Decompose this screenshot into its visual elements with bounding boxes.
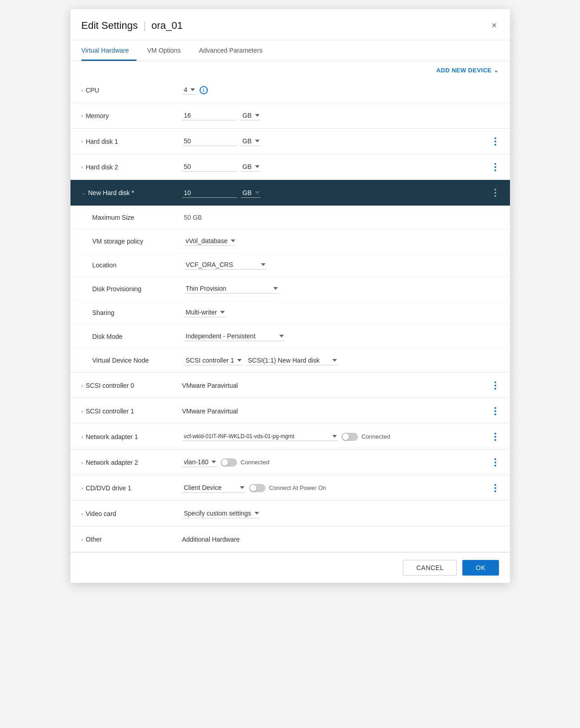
- sharing-label: Sharing: [92, 309, 184, 316]
- hd2-size-input[interactable]: [182, 162, 237, 172]
- net2-network-select[interactable]: vlan-180: [182, 457, 217, 467]
- net1-value: vcf-wkld-01IT-INF-WKLD-01-vds-01-pg-mgmt…: [182, 432, 492, 441]
- scsi1-chevron-icon: ›: [81, 408, 83, 414]
- dialog-header: Edit Settings | ora_01 ×: [70, 9, 510, 40]
- scsi1-label[interactable]: › SCSI controller 1: [81, 407, 182, 415]
- scsi0-row: › SCSI controller 0 VMware Paravirtual: [70, 373, 510, 398]
- dialog-subtitle: ora_01: [152, 20, 183, 32]
- cdrom-row: › CD/DVD drive 1 Client Device Datastore…: [70, 475, 510, 501]
- cdrom-actions: [492, 483, 499, 493]
- tab-virtual-hardware[interactable]: Virtual Hardware: [81, 40, 136, 61]
- vdevnode-disk-select[interactable]: SCSI(1:1) New Hard disk: [246, 356, 338, 365]
- net1-menu-button[interactable]: [492, 432, 499, 442]
- net2-menu-button[interactable]: [492, 457, 499, 467]
- title-divider: |: [143, 20, 146, 32]
- memory-unit-select[interactable]: GB MB: [241, 111, 260, 120]
- vdevnode-ctrl-select[interactable]: SCSI controller 1 SCSI controller 0: [184, 356, 243, 365]
- other-row: › Other Additional Hardware: [70, 527, 510, 552]
- cdrom-menu-button[interactable]: [492, 483, 499, 493]
- net1-actions: [492, 432, 499, 442]
- scsi1-actions: [492, 406, 499, 416]
- new-harddisk-expanded: Maximum Size 50 GB VM storage policy vVo…: [70, 206, 510, 373]
- hd1-size-input[interactable]: [182, 136, 237, 146]
- new-hd-menu-button[interactable]: [492, 188, 499, 198]
- vdevnode-label: Virtual Device Node: [92, 357, 184, 364]
- disk-prov-select[interactable]: Thin Provision Thick Provision Lazy Zero…: [184, 284, 279, 293]
- cdrom-connect-toggle[interactable]: [249, 484, 266, 492]
- dialog-footer: CANCEL OK: [70, 552, 510, 583]
- max-size-label: Maximum Size: [92, 214, 184, 221]
- cpu-value: 4 2 8 i: [182, 85, 499, 95]
- net1-label[interactable]: › Network adapter 1: [81, 433, 182, 440]
- memory-row: › Memory GB MB: [70, 103, 510, 129]
- dialog-title: Edit Settings: [81, 20, 138, 32]
- storage-policy-select[interactable]: vVol_database: [184, 236, 236, 246]
- net2-chevron-icon: ›: [81, 460, 83, 465]
- ok-button[interactable]: OK: [462, 560, 499, 576]
- net1-network-select[interactable]: vcf-wkld-01IT-INF-WKLD-01-vds-01-pg-mgmt: [182, 432, 338, 441]
- cpu-chevron-icon: ›: [81, 87, 83, 93]
- disk-mode-value: Independent - Persistent Dependent Indep…: [184, 331, 488, 341]
- hd1-chevron-icon: ›: [81, 139, 83, 144]
- hd2-chevron-icon: ›: [81, 164, 83, 170]
- storage-policy-label: VM storage policy: [92, 238, 184, 245]
- hd1-menu-button[interactable]: [492, 136, 499, 147]
- hd2-menu-button[interactable]: [492, 162, 499, 172]
- other-label[interactable]: › Other: [81, 536, 182, 543]
- scsi0-label[interactable]: › SCSI controller 0: [81, 382, 182, 389]
- memory-label[interactable]: › Memory: [81, 112, 182, 120]
- tab-advanced-parameters[interactable]: Advanced Parameters: [199, 40, 270, 61]
- hardware-list: › CPU 4 2 8 i › Memory GB: [70, 77, 510, 552]
- videocard-label[interactable]: › Video card: [81, 510, 182, 517]
- close-button[interactable]: ×: [490, 18, 499, 33]
- net1-connected-toggle[interactable]: [341, 433, 358, 441]
- location-label: Location: [92, 261, 184, 269]
- hard-disk-2-label[interactable]: › Hard disk 2: [81, 163, 182, 171]
- hard-disk-1-label[interactable]: › Hard disk 1: [81, 138, 182, 145]
- add-new-device-button[interactable]: ADD NEW DEVICE ⌄: [436, 67, 499, 74]
- cpu-label[interactable]: › CPU: [81, 87, 182, 94]
- cdrom-chevron-icon: ›: [81, 485, 83, 491]
- scsi1-row: › SCSI controller 1 VMware Paravirtual: [70, 398, 510, 424]
- hard-disk-2-row: › Hard disk 2 GB MB: [70, 154, 510, 180]
- location-row: Location VCF_ORA_CRS: [70, 253, 510, 277]
- sharing-select[interactable]: Multi-writer None: [184, 308, 226, 317]
- new-hd-actions: [492, 188, 499, 198]
- net2-label[interactable]: › Network adapter 2: [81, 459, 182, 466]
- tabs-bar: Virtual Hardware VM Options Advanced Par…: [70, 40, 510, 61]
- other-value: Additional Hardware: [182, 536, 499, 543]
- cdrom-type-select[interactable]: Client Device Datastore ISO File: [182, 483, 245, 493]
- hd1-actions: [492, 136, 499, 147]
- disk-prov-row: Disk Provisioning Thin Provision Thick P…: [70, 277, 510, 301]
- disk-mode-label: Disk Mode: [92, 333, 184, 340]
- new-hd-size-input[interactable]: [182, 188, 237, 198]
- cdrom-label[interactable]: › CD/DVD drive 1: [81, 484, 182, 492]
- net2-actions: [492, 457, 499, 467]
- cancel-button[interactable]: CANCEL: [403, 560, 457, 576]
- videocard-row: › Video card Specify custom settings Aut…: [70, 501, 510, 527]
- cpu-count-select[interactable]: 4 2 8: [182, 85, 196, 95]
- new-harddisk-value: GB MB: [182, 188, 492, 198]
- memory-input[interactable]: [182, 111, 237, 120]
- max-size-row: Maximum Size 50 GB: [70, 206, 510, 229]
- net2-value: vlan-180 Connected: [182, 457, 492, 467]
- memory-chevron-icon: ›: [81, 113, 83, 119]
- videocard-chevron-icon: ›: [81, 511, 83, 516]
- tab-vm-options[interactable]: VM Options: [147, 40, 188, 61]
- storage-policy-value: vVol_database: [184, 236, 488, 246]
- hd2-unit-select[interactable]: GB MB: [241, 162, 260, 172]
- cpu-info-icon[interactable]: i: [200, 86, 208, 94]
- videocard-value: Specify custom settings Auto-detect sett…: [182, 509, 499, 518]
- scsi1-menu-button[interactable]: [492, 406, 499, 416]
- disk-mode-select[interactable]: Independent - Persistent Dependent Indep…: [184, 331, 285, 341]
- net1-chevron-icon: ›: [81, 434, 83, 440]
- new-harddisk-label[interactable]: ⌄ New Hard disk *: [81, 189, 182, 196]
- net2-connected-toggle[interactable]: [221, 458, 237, 467]
- videocard-settings-select[interactable]: Specify custom settings Auto-detect sett…: [182, 509, 260, 518]
- cdrom-value: Client Device Datastore ISO File Connect…: [182, 483, 492, 493]
- new-hd-unit-select[interactable]: GB MB: [241, 188, 260, 198]
- scsi0-menu-button[interactable]: [492, 380, 499, 391]
- hard-disk-1-row: › Hard disk 1 GB MB: [70, 129, 510, 154]
- location-select[interactable]: VCF_ORA_CRS: [184, 260, 266, 270]
- hd1-unit-select[interactable]: GB MB: [241, 136, 260, 146]
